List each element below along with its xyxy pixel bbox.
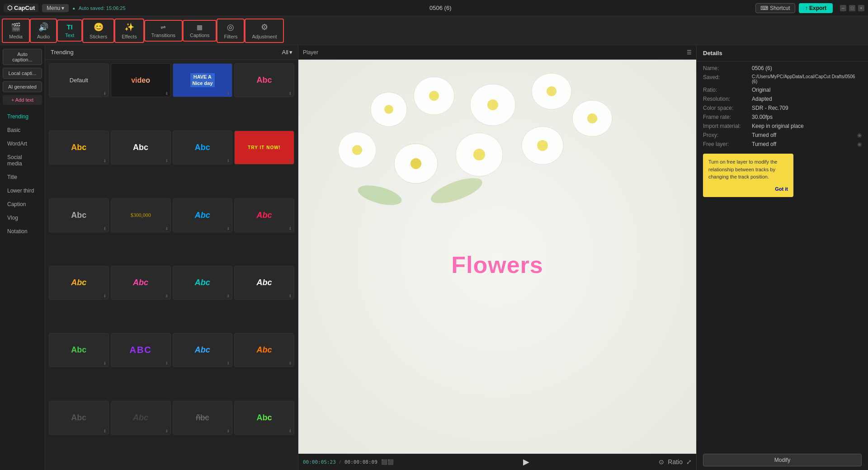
- player-menu-icon[interactable]: ☰: [687, 49, 692, 56]
- text-item-abc3[interactable]: Abc ⬇: [111, 131, 171, 164]
- text-item-abc1[interactable]: Abc ⬇: [234, 63, 294, 97]
- text-item-abc9[interactable]: Abc ⬇: [111, 266, 171, 300]
- media-icon: 🎬: [11, 22, 21, 32]
- text-item-abc7[interactable]: Abc ⬇: [234, 198, 294, 232]
- text-item-abc13[interactable]: Abc ⬇: [173, 333, 233, 367]
- tooltip-got-it-button[interactable]: Got it: [775, 185, 788, 193]
- text-item-abc5[interactable]: Abc ⬇: [49, 198, 109, 232]
- adjustment-label: Adjustment: [252, 34, 277, 39]
- ratio-button[interactable]: Ratio: [668, 458, 683, 465]
- tooltip-text: Turn on free layer to modify the relatio…: [708, 159, 777, 179]
- text-item-tryitnow[interactable]: TRY IT NOW! ⬇: [234, 131, 294, 164]
- toolbar-item-media[interactable]: 🎬 Media: [2, 19, 30, 43]
- svg-point-14: [473, 149, 485, 160]
- nav-item-basic[interactable]: Basic: [2, 124, 43, 136]
- all-button[interactable]: All ▾: [282, 49, 292, 56]
- text-item-video[interactable]: video ⬇: [111, 63, 171, 97]
- text-preview: Abc: [257, 345, 272, 355]
- text-item-abc12[interactable]: Abc ⬇: [49, 333, 109, 367]
- nav-item-wordart[interactable]: WordArt: [2, 138, 43, 150]
- maximize-button[interactable]: □: [849, 5, 855, 11]
- menu-button[interactable]: Menu ▾: [42, 4, 69, 12]
- nav-item-trending[interactable]: Trending: [2, 111, 43, 122]
- expand-button[interactable]: ⤢: [686, 458, 692, 465]
- text-item-abc14[interactable]: Abc ⬇: [234, 333, 294, 367]
- add-text-button[interactable]: + Add text: [3, 95, 42, 105]
- nav-item-vlog[interactable]: Vlog: [2, 212, 43, 224]
- free-layer-toggle[interactable]: ◉: [857, 141, 862, 147]
- ai-generated-button[interactable]: AI generated: [3, 81, 42, 92]
- text-item-abc11[interactable]: Abc ⬇: [234, 266, 294, 300]
- text-preview: Abc: [257, 211, 272, 220]
- app-logo: ⬡ CapCut: [4, 4, 38, 12]
- detail-row-free-layer: Free layer: Turned off ◉: [703, 141, 862, 147]
- nav-item-title[interactable]: Title: [2, 171, 43, 183]
- nav-item-notation[interactable]: Notation: [2, 226, 43, 237]
- video-text-overlay: Flowers: [451, 251, 543, 278]
- detail-label-resolution: Resolution:: [703, 96, 748, 102]
- menu-label: Menu: [47, 5, 60, 11]
- text-label: Text: [65, 33, 74, 38]
- toolbar-item-stickers[interactable]: 😊 Stickers: [82, 19, 114, 43]
- main-toolbar: 🎬 Media 🔊 Audio TI Text 😊 Stickers ✨ Eff…: [0, 16, 868, 45]
- text-preview: Abc: [71, 143, 86, 152]
- text-preview: Abc: [133, 413, 148, 423]
- toolbar-item-effects[interactable]: ✨ Effects: [114, 19, 144, 43]
- time-separator: /: [340, 459, 341, 465]
- text-item-abc17[interactable]: Abc ⬇: [234, 401, 294, 435]
- proxy-toggle[interactable]: ◉: [857, 132, 862, 138]
- download-icon: ⬇: [103, 361, 107, 366]
- text-preview: Abc: [195, 211, 210, 220]
- download-icon: ⬇: [226, 159, 230, 163]
- local-caption-button[interactable]: Local capti...: [3, 68, 42, 79]
- text-preview: TRY IT NOW!: [248, 145, 281, 150]
- toolbar-item-audio[interactable]: 🔊 Audio: [30, 19, 57, 43]
- text-item-abc6[interactable]: Abc ⬇: [173, 198, 233, 232]
- download-icon: ⬇: [165, 226, 169, 231]
- detail-value-frame-rate: 30.00fps: [752, 114, 862, 120]
- nav-item-social-media[interactable]: Social media: [2, 151, 43, 169]
- text-item-abc10[interactable]: Abc ⬇: [173, 266, 233, 300]
- details-panel: Details Name: 0506 (6) Saved: C:/Users/M…: [696, 45, 868, 470]
- autosave-text: Auto saved: 15:06:25: [79, 5, 126, 11]
- captions-label: Captions: [190, 33, 209, 38]
- text-preview: $300,000: [131, 212, 151, 219]
- play-button[interactable]: ▶: [523, 457, 529, 467]
- text-preview: ABC: [129, 345, 151, 355]
- player-controls: 00:00:05:23 / 00:00:08:09 ⬛⬛ ▶ ⊙ Ratio ⤢: [298, 454, 696, 470]
- detail-label-frame-rate: Frame rate:: [703, 114, 748, 120]
- all-label: All: [282, 49, 288, 56]
- detail-label-free-layer: Free layer:: [703, 141, 748, 147]
- close-button[interactable]: ×: [858, 5, 864, 11]
- download-icon: ⬇: [288, 159, 292, 163]
- svg-point-16: [537, 140, 548, 151]
- details-content: Name: 0506 (6) Saved: C:/Users/MyPC/AppD…: [697, 61, 868, 450]
- shortcut-button[interactable]: ⌨ Shortcut: [755, 3, 795, 13]
- text-item-dollar[interactable]: $300,000 ⬇: [111, 198, 171, 232]
- text-item-abc16[interactable]: Abc ⬇: [111, 401, 171, 435]
- fullscreen-button[interactable]: ⊙: [659, 458, 664, 465]
- text-item-abc2[interactable]: Abc ⬇: [49, 131, 109, 164]
- text-item-abc8[interactable]: Abc ⬇: [49, 266, 109, 300]
- modify-button[interactable]: Modify: [703, 454, 862, 466]
- toolbar-item-adjustment[interactable]: ⚙ Adjustment: [245, 19, 284, 43]
- text-item-big-abc[interactable]: ABC ⬇: [111, 333, 171, 367]
- text-item-abc15[interactable]: Abc ⬇: [49, 401, 109, 435]
- text-preview: Abc: [71, 211, 86, 220]
- text-item-default[interactable]: Default ⬇: [49, 63, 109, 97]
- toolbar-item-text[interactable]: TI Text: [57, 19, 82, 42]
- nav-item-caption[interactable]: Caption: [2, 198, 43, 210]
- nav-item-lower-third[interactable]: Lower third: [2, 185, 43, 197]
- toolbar-item-captions[interactable]: ▦ Captions: [183, 20, 217, 42]
- download-icon: ⬇: [288, 429, 292, 433]
- text-item-nice-day[interactable]: HAVE ANice day ⬇: [173, 63, 233, 97]
- minimize-button[interactable]: ─: [840, 5, 846, 11]
- download-icon: ⬇: [226, 226, 230, 231]
- toolbar-item-transitions[interactable]: ⇌ Transitions: [144, 20, 183, 42]
- text-item-strike-abc[interactable]: ñbc ⬇: [173, 401, 233, 435]
- auto-caption-button[interactable]: Auto caption...: [3, 49, 42, 65]
- toolbar-item-filters[interactable]: ◎ Filters: [217, 19, 245, 43]
- export-icon: ↑: [805, 5, 808, 11]
- text-item-abc4[interactable]: Abc ⬇: [173, 131, 233, 164]
- export-button[interactable]: ↑ Export: [799, 3, 833, 13]
